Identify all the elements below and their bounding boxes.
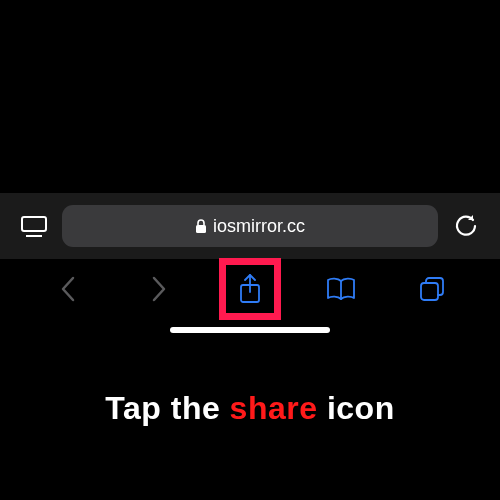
url-field[interactable]: iosmirror.cc	[62, 205, 438, 247]
svg-rect-2	[196, 225, 206, 233]
lock-icon	[195, 219, 207, 233]
caption-prefix: Tap the	[105, 390, 229, 426]
url-text: iosmirror.cc	[213, 216, 305, 237]
forward-button[interactable]	[139, 269, 179, 309]
chevron-left-icon	[60, 276, 76, 302]
share-icon	[238, 274, 262, 304]
book-icon	[326, 277, 356, 301]
tabs-button[interactable]	[412, 269, 452, 309]
share-button[interactable]	[230, 269, 270, 309]
tabs-icon	[419, 276, 445, 302]
browser-toolbar	[0, 258, 500, 320]
svg-rect-6	[421, 283, 438, 300]
refresh-button[interactable]	[450, 210, 482, 242]
instruction-caption: Tap the share icon	[0, 390, 500, 427]
page-settings-icon	[21, 216, 47, 237]
browser-address-bar: iosmirror.cc	[0, 193, 500, 259]
caption-highlight: share	[230, 390, 318, 426]
svg-rect-0	[22, 217, 46, 231]
page-settings-button[interactable]	[18, 214, 50, 238]
refresh-icon	[454, 214, 478, 238]
chevron-right-icon	[151, 276, 167, 302]
back-button[interactable]	[48, 269, 88, 309]
home-indicator	[170, 327, 330, 333]
bookmarks-button[interactable]	[321, 269, 361, 309]
caption-suffix: icon	[318, 390, 395, 426]
